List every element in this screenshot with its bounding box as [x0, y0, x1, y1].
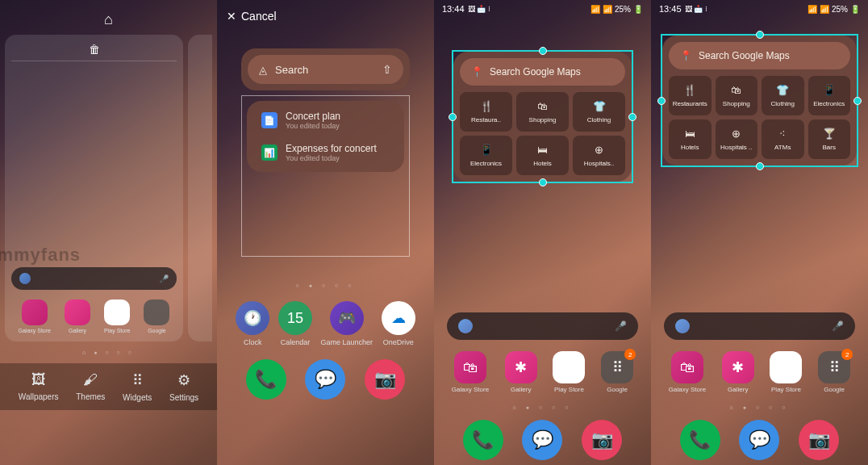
app-play[interactable]: ▶Play Store — [553, 351, 585, 393]
status-icons-left: 🖼 📩 ⁝ — [685, 5, 707, 13]
home-panel-next[interactable] — [188, 35, 212, 341]
search-bar[interactable]: 🎤 — [11, 267, 177, 290]
app-label: OneDrive — [383, 338, 414, 346]
maps-tile-restaura[interactable]: 🍴Restaura.. — [460, 92, 512, 132]
search-bar[interactable]: 🎤 — [447, 312, 638, 340]
tile-icon: 🛏 — [537, 144, 548, 156]
gallery-icon: ✱ — [722, 351, 754, 383]
page-indicator: ○ ● ○ ○ ○ — [217, 273, 434, 298]
app-gallery[interactable]: ✱Gallery — [505, 351, 537, 393]
option-wallpapers[interactable]: 🖼Wallpapers — [19, 371, 59, 402]
gallery-icon: ✱ — [505, 351, 537, 383]
option-label: Settings — [169, 393, 198, 402]
maps-tile-hotels[interactable]: 🛏Hotels — [669, 119, 712, 159]
drive-widget[interactable]: ◬ Search ⇧ — [241, 48, 410, 90]
option-widgets[interactable]: ⠿Widgets — [123, 371, 152, 402]
mic-icon[interactable]: 🎤 — [832, 320, 844, 332]
option-settings[interactable]: ⚙Settings — [169, 371, 198, 402]
maps-tile-electronics[interactable]: 📱Electronics — [808, 76, 851, 115]
drive-files-widget[interactable]: 📄Concert planYou edited today📊Expenses f… — [247, 101, 404, 172]
page-indicator: ⌂ ● ○ ○ ○ — [651, 400, 868, 415]
app-gallery[interactable]: ✱Gallery — [722, 351, 754, 393]
tile-icon: 👕 — [776, 84, 789, 96]
drive-file-item[interactable]: 📄Concert planYou edited today — [253, 104, 398, 136]
search-bar[interactable]: 🎤 — [664, 312, 855, 340]
resize-frame[interactable]: 📍 Search Google Maps 🍴Restaura..🛍Shoppin… — [452, 50, 633, 183]
app-message[interactable]: 💬 — [522, 420, 562, 460]
app-onedrive[interactable]: ☁OneDrive — [382, 301, 415, 346]
drive-search-label: Search — [275, 64, 308, 76]
app-label: Galaxy Store — [19, 328, 51, 333]
tile-label: Hotels — [520, 160, 565, 167]
tile-label: Restaurants — [672, 100, 708, 107]
mic-icon[interactable]: 🎤 — [159, 274, 169, 283]
resize-handle-left[interactable] — [657, 97, 666, 105]
maps-widget[interactable]: 📍 Search Google Maps 🍴Restaurants🛍Shoppi… — [662, 36, 857, 165]
maps-tile-bars[interactable]: 🍸Bars — [808, 119, 851, 159]
app-label: Game Launcher — [321, 338, 373, 346]
app-phone[interactable]: 📞 — [680, 420, 720, 460]
maps-tile-hospitals[interactable]: ⊕Hospitals .. — [716, 119, 758, 159]
bottom-dock: 📞💬📷 — [217, 354, 434, 404]
maps-widget[interactable]: 📍 Search Google Maps 🍴Restaura..🛍Shoppin… — [453, 52, 632, 182]
upload-icon[interactable]: ⇧ — [382, 63, 392, 76]
app-camera[interactable]: 📷 — [365, 359, 405, 400]
maps-search[interactable]: 📍 Search Google Maps — [460, 58, 625, 86]
app-play[interactable]: Play Store — [104, 300, 130, 333]
cancel-label: Cancel — [241, 10, 277, 23]
maps-tile-shopping[interactable]: 🛍Shopping — [516, 92, 569, 132]
maps-tile-shopping[interactable]: 🛍Shopping — [716, 76, 758, 115]
home-icon[interactable]: ⌂ — [0, 0, 217, 35]
app-play[interactable]: ▶Play Store — [770, 351, 802, 393]
app-label: Google — [607, 386, 628, 393]
maps-tile-clothing[interactable]: 👕Clothing — [762, 76, 804, 115]
resize-handle-right[interactable] — [628, 113, 636, 121]
resize-frame[interactable]: 📍 Search Google Maps 🍴Restaurants🛍Shoppi… — [661, 34, 858, 167]
app-google[interactable]: ⠿2Google — [601, 351, 633, 393]
maps-tile-clothing[interactable]: 👕Clothing — [573, 92, 625, 132]
app-camera[interactable]: 📷 — [799, 420, 839, 460]
tile-label: Hospitals.. — [576, 160, 622, 167]
screen-maps-large: 13:45 🖼 📩 ⁝ 📶 📶 25%🔋 📍 Search Google Map… — [651, 0, 868, 465]
app-gallery[interactable]: Gallery — [65, 300, 90, 333]
resize-handle-bottom[interactable] — [539, 178, 547, 186]
cancel-button[interactable]: ✕ Cancel — [217, 0, 434, 32]
app-clock[interactable]: 🕐Clock — [236, 301, 269, 346]
maps-tiles: 🍴Restaurants🛍Shopping👕Clothing📱Electroni… — [669, 76, 850, 159]
drive-search[interactable]: ◬ Search ⇧ — [248, 55, 403, 84]
maps-tile-electronics[interactable]: 📱Electronics — [460, 136, 512, 175]
trash-icon[interactable]: 🗑 — [11, 43, 177, 61]
app-label: Play Store — [554, 386, 584, 393]
maps-search[interactable]: 📍 Search Google Maps — [669, 42, 850, 69]
maps-tile-atms[interactable]: ⁖ATMs — [762, 119, 804, 159]
app-galaxy[interactable]: 🛍Galaxy Store — [669, 351, 706, 393]
app-google[interactable]: ⠿2Google — [818, 351, 850, 393]
app-phone[interactable]: 📞 — [246, 359, 286, 400]
resize-handle-top[interactable] — [756, 31, 764, 39]
resize-handle-bottom[interactable] — [756, 162, 764, 170]
tile-label: Bars — [812, 144, 848, 151]
maps-tile-hospitals[interactable]: ⊕Hospitals.. — [573, 136, 625, 175]
app-label: Gallery — [69, 328, 86, 333]
app-calendar[interactable]: 15Calendar — [278, 301, 312, 346]
app-gamelauncher[interactable]: 🎮Game Launcher — [321, 301, 373, 346]
app-galaxy[interactable]: 🛍Galaxy Store — [452, 351, 489, 393]
screen-widget-place: ✕ Cancel ◬ Search ⇧ 📄Concert planYou edi… — [217, 0, 434, 465]
app-galaxy[interactable]: Galaxy Store — [19, 300, 51, 333]
resize-handle-top[interactable] — [539, 47, 547, 55]
option-themes[interactable]: 🖌Themes — [76, 371, 105, 402]
app-camera[interactable]: 📷 — [582, 420, 622, 460]
resize-handle-left[interactable] — [449, 113, 457, 121]
app-google[interactable]: Google — [144, 300, 169, 333]
resize-handle-right[interactable] — [853, 97, 862, 105]
maps-tile-restaurants[interactable]: 🍴Restaurants — [669, 76, 712, 115]
app-message[interactable]: 💬 — [305, 359, 345, 400]
widgets-icon: ⠿ — [132, 371, 143, 389]
drive-file-item[interactable]: 📊Expenses for concertYou edited today — [253, 136, 398, 169]
maps-tile-hotels[interactable]: 🛏Hotels — [516, 136, 569, 175]
home-panel-main[interactable]: 🗑 sammyfans 🎤 Galaxy StoreGalleryPlay St… — [5, 35, 183, 341]
mic-icon[interactable]: 🎤 — [615, 320, 627, 332]
galaxy-icon: 🛍 — [454, 351, 486, 383]
app-phone[interactable]: 📞 — [463, 420, 503, 460]
app-message[interactable]: 💬 — [739, 420, 779, 460]
